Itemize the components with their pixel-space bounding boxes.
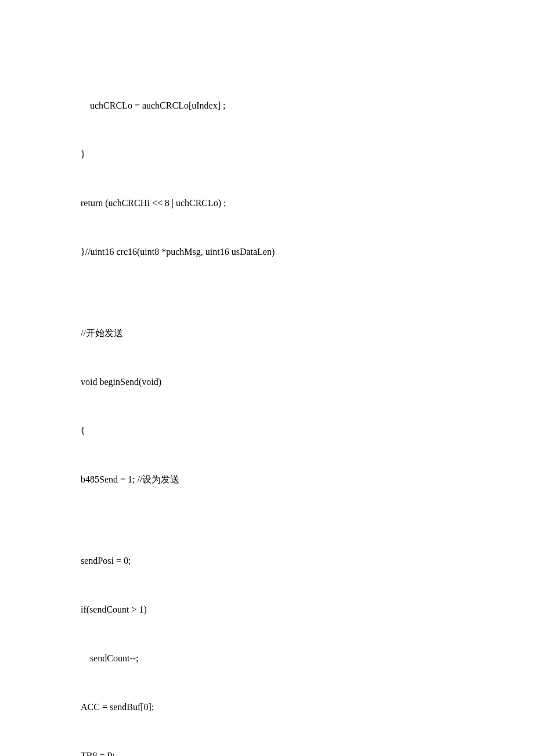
code-line: TB8 = P; [81, 748, 534, 756]
code-line: //开始发送 [81, 325, 534, 341]
code-line: } [81, 146, 534, 163]
code-line: uchCRCLo = auchCRCLo[uIndex] ; [81, 98, 534, 114]
code-line: sendPosi = 0; [81, 553, 534, 569]
document-page: uchCRCLo = auchCRCLo[uIndex] ; } return … [0, 0, 534, 756]
code-line: }//uint16 crc16(uint8 *puchMsg, uint16 u… [81, 244, 534, 260]
code-line: void beginSend(void) [81, 374, 534, 390]
code-line: return (uchCRCHi << 8 | uchCRCLo) ; [81, 195, 534, 211]
code-line: b485Send = 1; //设为发送 [81, 471, 534, 488]
code-line: ACC = sendBuf[0]; [81, 699, 534, 715]
code-line: { [81, 423, 534, 439]
code-line: if(sendCount > 1) [81, 602, 534, 618]
code-block: uchCRCLo = auchCRCLo[uIndex] ; } return … [81, 65, 534, 756]
code-line: sendCount--; [81, 650, 534, 667]
